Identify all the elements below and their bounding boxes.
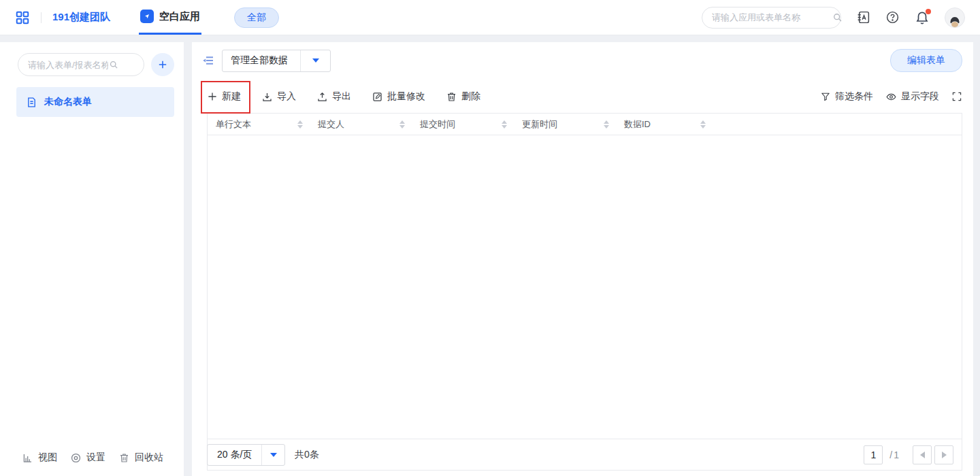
new-record-label: 新建: [222, 90, 241, 103]
settings-button[interactable]: 设置: [70, 452, 105, 464]
user-avatar[interactable]: [945, 7, 965, 28]
column-label: 提交时间: [420, 118, 455, 131]
sort-icon[interactable]: [502, 120, 507, 129]
header-divider: [41, 12, 42, 23]
app-icon: [140, 10, 154, 23]
filter-button[interactable]: 筛选条件: [820, 90, 873, 103]
chevron-down-icon[interactable]: [261, 445, 284, 465]
chevron-down-icon[interactable]: [300, 50, 330, 71]
page-total-label: /1: [889, 449, 900, 460]
column-header[interactable]: 数据ID: [616, 114, 713, 135]
page-size-value: 20 条/页: [208, 449, 261, 461]
filter-label: 筛选条件: [835, 90, 873, 103]
views-button[interactable]: 视图: [22, 452, 57, 464]
export-button[interactable]: 导出: [316, 90, 351, 103]
data-view-select[interactable]: 管理全部数据: [222, 50, 331, 72]
app-tab-label: 空白应用: [159, 10, 200, 23]
fullscreen-icon[interactable]: [951, 91, 962, 102]
data-view-select-value: 管理全部数据: [223, 54, 300, 67]
edit-form-button[interactable]: 编辑表单: [890, 49, 962, 72]
add-form-button[interactable]: [151, 53, 174, 76]
column-header[interactable]: 更新时间: [514, 114, 616, 135]
settings-label: 设置: [86, 452, 105, 464]
sort-icon[interactable]: [604, 120, 609, 129]
new-record-button[interactable]: 新建: [207, 90, 241, 103]
form-search-input[interactable]: [28, 60, 108, 70]
export-icon: [316, 91, 328, 103]
arrow-left-icon: [920, 452, 925, 458]
team-name-link[interactable]: 191创建团队: [52, 11, 110, 24]
column-label: 单行文本: [216, 118, 251, 131]
app-header: 191创建团队 空白应用 全部: [0, 0, 980, 35]
edit-square-icon: [372, 91, 383, 103]
sidebar-item-form[interactable]: 未命名表单: [16, 87, 174, 117]
table-body-empty: [208, 135, 962, 439]
batch-edit-button[interactable]: 批量修改: [372, 90, 425, 103]
plus-icon: [207, 91, 218, 102]
sort-icon[interactable]: [297, 120, 303, 129]
batch-edit-label: 批量修改: [387, 90, 425, 103]
export-label: 导出: [332, 90, 351, 103]
chart-icon: [22, 452, 33, 464]
column-header-filler: [713, 114, 962, 135]
column-label: 更新时间: [522, 118, 557, 131]
recycle-bin-label: 回收站: [135, 452, 163, 464]
total-count-label: 共0条: [295, 449, 319, 461]
next-page-button[interactable]: [934, 445, 953, 464]
column-header[interactable]: 提交人: [310, 114, 412, 135]
all-filter-pill[interactable]: 全部: [234, 7, 279, 28]
views-label: 视图: [38, 452, 57, 464]
table-footer: 20 条/页 共0条 /1: [208, 439, 962, 470]
gear-icon: [70, 452, 82, 464]
contacts-icon[interactable]: [856, 10, 870, 24]
data-table: 单行文本 提交人 提交时间 更新时间 数据ID: [207, 113, 962, 471]
import-button[interactable]: 导入: [261, 90, 296, 103]
global-search-box[interactable]: [702, 7, 841, 29]
form-search-box[interactable]: [18, 53, 144, 76]
arrow-right-icon: [942, 452, 947, 458]
delete-label: 删除: [461, 90, 480, 103]
import-icon: [261, 91, 273, 103]
apps-grid-icon[interactable]: [15, 10, 30, 25]
notification-dot: [926, 9, 931, 14]
data-management-panel: 管理全部数据 编辑表单 新建: [192, 42, 973, 476]
column-label: 提交人: [318, 118, 344, 131]
import-label: 导入: [277, 90, 296, 103]
document-icon: [26, 97, 37, 108]
data-toolbar: 新建 导入: [207, 80, 962, 113]
search-icon: [832, 12, 843, 23]
recycle-bin-button[interactable]: 回收站: [118, 452, 163, 464]
column-header[interactable]: 提交时间: [412, 114, 514, 135]
workspace: 未命名表单 视图 设置: [0, 35, 980, 476]
search-icon: [108, 59, 119, 70]
delete-button[interactable]: 删除: [446, 90, 480, 103]
column-label: 数据ID: [624, 118, 651, 131]
show-fields-button[interactable]: 显示字段: [885, 90, 939, 103]
sort-icon[interactable]: [399, 120, 405, 129]
show-fields-label: 显示字段: [901, 90, 939, 103]
page-size-select[interactable]: 20 条/页: [207, 444, 285, 466]
trash-icon: [446, 91, 457, 103]
tab-app-active[interactable]: 空白应用: [139, 0, 201, 35]
notification-bell-icon[interactable]: [915, 10, 930, 25]
page-number-input[interactable]: [864, 445, 883, 464]
column-header[interactable]: 单行文本: [208, 114, 310, 135]
global-search-input[interactable]: [712, 12, 832, 22]
form-sidebar: 未命名表单 视图 设置: [0, 42, 184, 476]
funnel-icon: [820, 91, 831, 102]
collapse-sidebar-icon[interactable]: [201, 54, 215, 67]
trash-icon: [118, 452, 130, 464]
prev-page-button[interactable]: [913, 445, 932, 464]
help-icon[interactable]: [885, 10, 900, 24]
sort-icon[interactable]: [700, 120, 706, 129]
sidebar-item-label: 未命名表单: [44, 96, 92, 108]
table-header-row: 单行文本 提交人 提交时间 更新时间 数据ID: [208, 114, 962, 135]
eye-icon: [885, 91, 897, 103]
